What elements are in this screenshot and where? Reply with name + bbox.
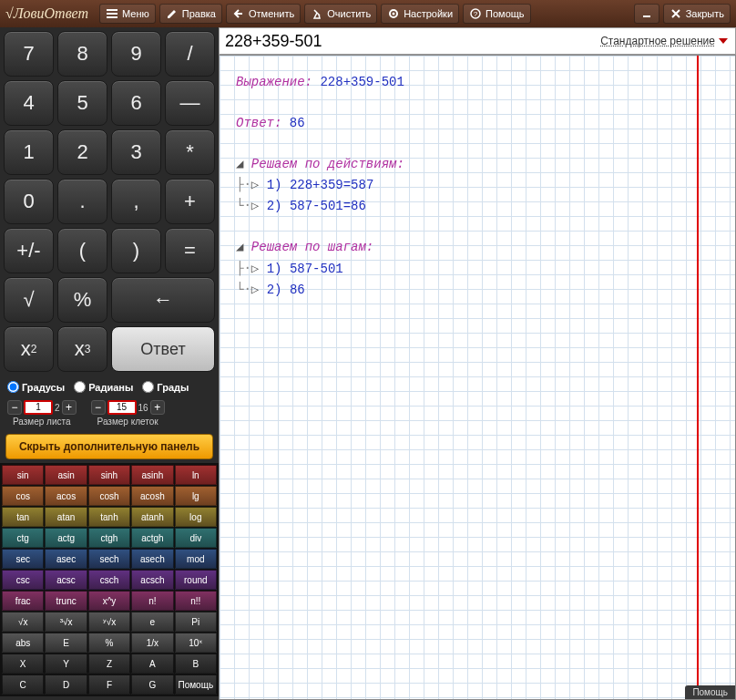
tree-item-icon[interactable]: ▷ <box>251 283 259 297</box>
key-3[interactable]: 3 <box>111 129 161 175</box>
func-tan[interactable]: tan <box>2 507 44 527</box>
func-x[interactable]: ʸ√x <box>88 612 130 632</box>
func-a[interactable]: A <box>131 654 173 674</box>
key-backspace[interactable]: ← <box>111 277 215 323</box>
func-asec[interactable]: asec <box>45 549 87 569</box>
func-sec[interactable]: sec <box>2 549 44 569</box>
settings-button[interactable]: Настройки <box>381 4 459 24</box>
help-tab[interactable]: Помощь <box>685 685 735 699</box>
menu-button[interactable]: Меню <box>99 4 156 24</box>
func-round[interactable]: round <box>175 570 217 590</box>
func-csch[interactable]: csch <box>88 570 130 590</box>
func-xy[interactable]: x^y <box>88 591 130 611</box>
func-n[interactable]: n!! <box>175 591 217 611</box>
key-rparen[interactable]: ) <box>111 228 161 273</box>
func-asech[interactable]: asech <box>131 549 173 569</box>
sheet-size-minus[interactable]: − <box>7 400 22 415</box>
angle-radians[interactable]: Радианы <box>74 381 133 393</box>
func-cos[interactable]: cos <box>2 486 44 506</box>
key-divide[interactable]: / <box>165 31 215 77</box>
func-acsch[interactable]: acsch <box>131 570 173 590</box>
key-cube[interactable]: x3 <box>57 326 107 372</box>
undo-button[interactable]: Отменить <box>226 4 301 24</box>
key-4[interactable]: 4 <box>4 80 54 126</box>
func-n[interactable]: n! <box>131 591 173 611</box>
func-actg[interactable]: actg <box>45 528 87 548</box>
key-sqrt[interactable]: √ <box>4 277 54 323</box>
func-sinh[interactable]: sinh <box>88 465 130 485</box>
func-trunc[interactable]: trunc <box>45 591 87 611</box>
tree-item-icon[interactable]: ▷ <box>251 262 259 276</box>
func-csc[interactable]: csc <box>2 570 44 590</box>
key-8[interactable]: 8 <box>57 31 107 77</box>
func-e[interactable]: e <box>131 612 173 632</box>
func-10[interactable]: 10ˣ <box>175 633 217 653</box>
func-acos[interactable]: acos <box>45 486 87 506</box>
tree-item-icon[interactable]: ▷ <box>251 178 259 192</box>
key-lparen[interactable]: ( <box>57 228 107 273</box>
func-e[interactable]: E <box>45 633 87 653</box>
key-multiply[interactable]: * <box>165 129 215 175</box>
angle-radians-radio[interactable] <box>74 381 86 393</box>
func-1x[interactable]: 1/x <box>131 633 173 653</box>
func-pi[interactable]: Pi <box>175 612 217 632</box>
cell-size-minus[interactable]: − <box>91 400 106 415</box>
tree-collapse-icon[interactable]: ◢ <box>236 240 243 254</box>
func-sin[interactable]: sin <box>2 465 44 485</box>
key-6[interactable]: 6 <box>111 80 161 126</box>
func-cosh[interactable]: cosh <box>88 486 130 506</box>
clear-button[interactable]: Очистить <box>304 4 377 24</box>
key-minus[interactable]: — <box>165 80 215 126</box>
func-f[interactable]: F <box>88 674 130 695</box>
func-acosh[interactable]: acosh <box>131 486 173 506</box>
func-abs[interactable]: abs <box>2 633 44 653</box>
func-ctgh[interactable]: ctgh <box>88 528 130 548</box>
minimize-button[interactable] <box>634 4 659 24</box>
key-percent[interactable]: % <box>57 277 107 323</box>
func-tanh[interactable]: tanh <box>88 507 130 527</box>
func-atanh[interactable]: atanh <box>131 507 173 527</box>
func-actgh[interactable]: actgh <box>131 528 173 548</box>
func-c[interactable]: C <box>2 674 44 695</box>
toggle-extra-panel-button[interactable]: Скрыть дополнительную панель <box>5 434 213 459</box>
func-x[interactable]: ³√x <box>45 612 87 632</box>
func-lg[interactable]: lg <box>175 486 217 506</box>
key-7[interactable]: 7 <box>4 31 54 77</box>
func-g[interactable]: G <box>131 674 173 695</box>
angle-grads-radio[interactable] <box>142 381 154 393</box>
func-x[interactable]: √x <box>2 612 44 632</box>
angle-degrees-radio[interactable] <box>7 381 19 393</box>
func-mod[interactable]: mod <box>175 549 217 569</box>
tree-collapse-icon[interactable]: ◢ <box>236 157 243 171</box>
func-asinh[interactable]: asinh <box>131 465 173 485</box>
func-y[interactable]: Y <box>45 654 87 674</box>
func-asin[interactable]: asin <box>45 465 87 485</box>
func-atan[interactable]: atan <box>45 507 87 527</box>
func-[interactable]: % <box>88 633 130 653</box>
func-div[interactable]: div <box>175 528 217 548</box>
key-9[interactable]: 9 <box>111 31 161 77</box>
func-[interactable]: Помощь <box>175 674 217 695</box>
func-frac[interactable]: frac <box>2 591 44 611</box>
func-ln[interactable]: ln <box>175 465 217 485</box>
key-plus[interactable]: + <box>165 179 215 224</box>
angle-degrees[interactable]: Градусы <box>7 381 65 393</box>
func-x[interactable]: X <box>2 654 44 674</box>
solution-mode-dropdown[interactable]: Стандартное решение <box>593 35 735 47</box>
func-d[interactable]: D <box>45 674 87 695</box>
cell-size-plus[interactable]: + <box>150 400 165 415</box>
expression-input[interactable] <box>220 30 593 53</box>
help-button[interactable]: ? Помощь <box>463 4 531 24</box>
sheet-size-plus[interactable]: + <box>62 400 77 415</box>
key-comma[interactable]: , <box>111 179 161 224</box>
func-log[interactable]: log <box>175 507 217 527</box>
key-answer[interactable]: Ответ <box>111 326 215 372</box>
key-square[interactable]: x2 <box>4 326 54 372</box>
angle-grads[interactable]: Грады <box>142 381 189 393</box>
func-acsc[interactable]: acsc <box>45 570 87 590</box>
func-z[interactable]: Z <box>88 654 130 674</box>
func-ctg[interactable]: ctg <box>2 528 44 548</box>
func-sech[interactable]: sech <box>88 549 130 569</box>
key-0[interactable]: 0 <box>4 179 54 224</box>
key-2[interactable]: 2 <box>57 129 107 175</box>
